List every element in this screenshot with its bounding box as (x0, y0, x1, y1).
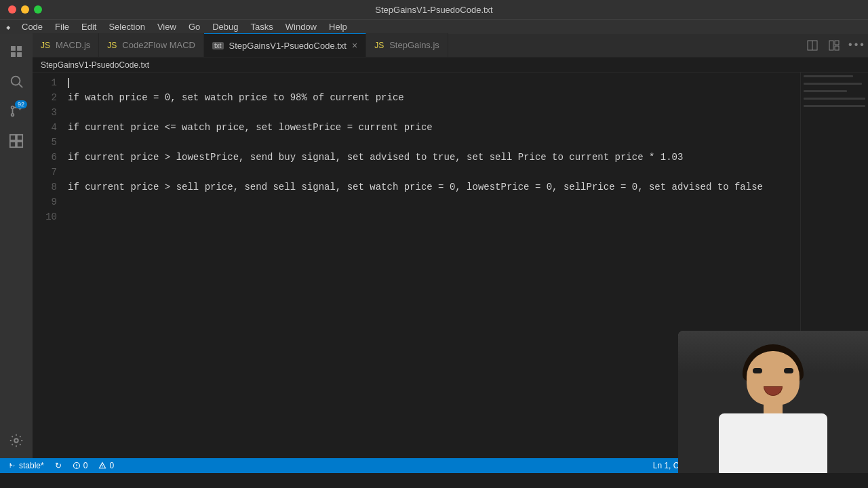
code-line-9[interactable] (68, 195, 800, 209)
code-line-3[interactable] (68, 105, 800, 120)
menu-view[interactable]: View (152, 20, 182, 33)
line-number-10: 10 (33, 209, 57, 224)
code-line-1[interactable] (68, 75, 800, 90)
line-number-3: 3 (33, 105, 57, 120)
layout-button[interactable] (825, 36, 844, 55)
sync-icon: ↻ (55, 461, 62, 470)
menu-selection[interactable]: Selection (103, 20, 150, 33)
close-tab-icon[interactable]: × (352, 40, 357, 51)
menu-go[interactable]: Go (183, 20, 205, 33)
sync-status[interactable]: ↻ (52, 461, 64, 470)
svg-rect-16 (829, 41, 833, 50)
tab-js-icon-3: JS (374, 41, 384, 50)
error-count[interactable]: 0 (70, 461, 91, 470)
tab-txt-icon: txt (212, 42, 224, 49)
git-branch[interactable]: stable* (5, 461, 47, 470)
svg-point-4 (12, 77, 20, 85)
svg-rect-17 (835, 41, 839, 45)
title-bar: StepGainsV1-PsuedoCode.txt (0, 0, 868, 19)
line-numbers: 12345678910 (33, 73, 65, 458)
tab-js-icon: JS (41, 41, 50, 50)
menu-debug[interactable]: Debug (207, 20, 243, 33)
minimize-button[interactable] (21, 5, 29, 14)
tab-code2flow[interactable]: JS Code2Flow MACD (99, 33, 204, 57)
code-line-4[interactable]: if current price <= watch price, set low… (68, 120, 800, 135)
activity-search[interactable] (4, 69, 28, 94)
tab-stepgains-js[interactable]: JS StepGains.js (366, 33, 448, 57)
tab-macd-label: MACD.js (56, 40, 90, 50)
tab-code2flow-label: Code2Flow MACD (122, 40, 195, 50)
activity-bar: 92 (0, 34, 33, 458)
webcam-overlay (678, 331, 868, 473)
line-number-9: 9 (33, 195, 57, 209)
code-line-2[interactable]: if watch price = 0, set watch price to 9… (68, 90, 800, 105)
tab-bar-actions: ••• (803, 33, 868, 57)
menu-tasks[interactable]: Tasks (245, 20, 279, 33)
svg-point-7 (12, 106, 14, 109)
tab-stepgains-js-label: StepGains.js (389, 40, 439, 50)
activity-extensions[interactable] (4, 129, 28, 153)
tab-stepgains-txt[interactable]: txt StepGainsV1-PsuedoCode.txt × (204, 33, 366, 57)
source-control-badge: 92 (15, 100, 27, 108)
more-actions-button[interactable]: ••• (846, 36, 865, 55)
error-count-value: 0 (83, 461, 88, 470)
line-number-7: 7 (33, 165, 57, 180)
svg-point-23 (102, 467, 103, 468)
svg-rect-11 (10, 142, 16, 147)
breadcrumb-filename[interactable]: StepGainsV1-PsuedoCode.txt (41, 60, 149, 70)
code-line-6[interactable]: if current price > lowestPrice, send buy… (68, 150, 800, 165)
code-line-8[interactable]: if current price > sell price, send sell… (68, 180, 800, 195)
line-number-1: 1 (33, 75, 57, 90)
activity-explorer[interactable] (4, 39, 28, 64)
code-line-5[interactable] (68, 135, 800, 150)
minimap-content (801, 73, 868, 110)
svg-point-13 (14, 439, 18, 443)
code-line-10[interactable] (68, 209, 800, 224)
menu-window[interactable]: Window (280, 20, 322, 33)
svg-point-21 (76, 467, 77, 468)
line-number-8: 8 (33, 180, 57, 195)
tab-js-icon-2: JS (107, 41, 117, 50)
menu-code[interactable]: Code (16, 20, 48, 33)
app-logo: ⬥ (5, 22, 11, 33)
traffic-lights (8, 5, 42, 14)
line-number-2: 2 (33, 90, 57, 105)
menu-bar: ⬥ Code File Edit Selection View Go Debug… (0, 19, 868, 34)
line-number-5: 5 (33, 135, 57, 150)
tab-stepgains-txt-label: StepGainsV1-PsuedoCode.txt (229, 41, 347, 51)
svg-rect-12 (17, 142, 22, 147)
line-number-6: 6 (33, 150, 57, 165)
tab-macd-js[interactable]: JS MACD.js (33, 33, 99, 57)
svg-rect-9 (10, 135, 16, 140)
svg-rect-18 (835, 46, 839, 50)
webcam-feed (678, 331, 868, 473)
tab-bar: JS MACD.js JS Code2Flow MACD txt StepGai… (33, 34, 868, 58)
maximize-button[interactable] (34, 5, 42, 14)
split-editor-button[interactable] (803, 36, 822, 55)
svg-point-6 (12, 114, 14, 117)
warning-count-value: 0 (109, 461, 114, 470)
activity-source-control[interactable]: 92 (4, 99, 28, 123)
breadcrumb-bar: StepGainsV1-PsuedoCode.txt (33, 58, 868, 73)
close-button[interactable] (8, 5, 16, 14)
code-line-7[interactable] (68, 165, 800, 180)
menu-help[interactable]: Help (323, 20, 353, 33)
menu-edit[interactable]: Edit (76, 20, 102, 33)
activity-settings[interactable] (4, 428, 28, 453)
svg-rect-10 (17, 135, 22, 140)
branch-name: stable* (19, 461, 44, 470)
menu-file[interactable]: File (50, 20, 75, 33)
line-number-4: 4 (33, 120, 57, 135)
svg-line-5 (19, 84, 22, 87)
warning-count[interactable]: 0 (96, 461, 117, 470)
window-title: StepGainsV1-PsuedoCode.txt (375, 5, 492, 15)
